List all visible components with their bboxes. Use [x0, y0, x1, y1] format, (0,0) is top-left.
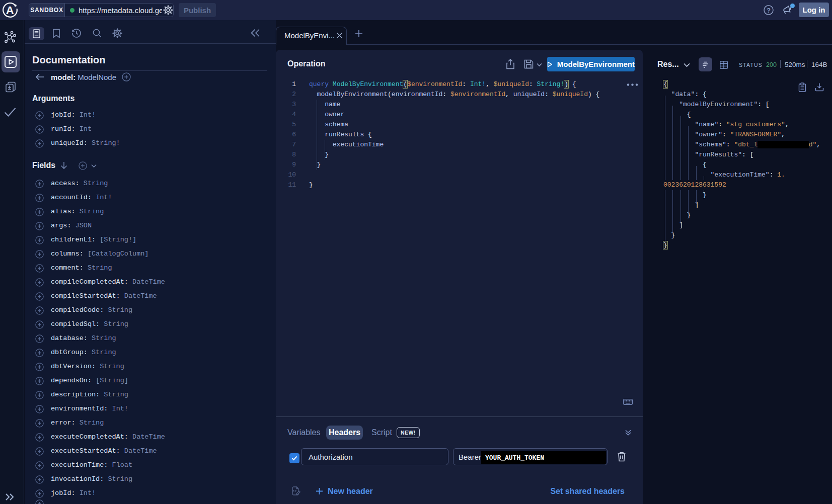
svg-text:?: ?	[767, 7, 771, 14]
svg-text:A: A	[6, 4, 14, 17]
